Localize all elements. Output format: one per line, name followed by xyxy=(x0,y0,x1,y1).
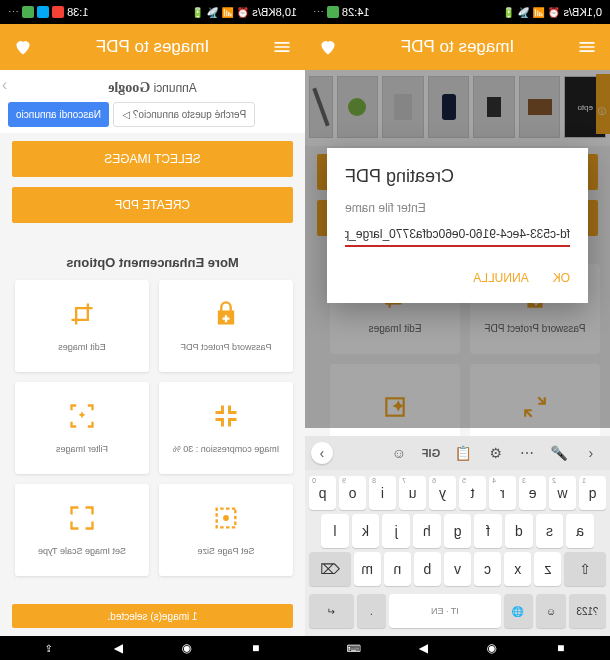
space-key[interactable]: IT · EN xyxy=(389,594,500,628)
nav-home[interactable]: ◉ xyxy=(472,641,512,655)
key-m[interactable]: m xyxy=(354,552,381,586)
enter-key[interactable]: ↵ xyxy=(309,594,354,628)
key-x[interactable]: x xyxy=(504,552,531,586)
gif-button[interactable]: GIF xyxy=(418,441,444,465)
collapse-icon xyxy=(212,402,240,436)
svg-point-2 xyxy=(224,516,228,520)
key-l[interactable]: l xyxy=(321,514,349,548)
backspace-key[interactable]: ⌫ xyxy=(309,552,351,586)
sticker-icon[interactable]: ☺ xyxy=(386,441,412,465)
nav-home[interactable]: ◉ xyxy=(167,641,207,655)
signal-icon: 📶 xyxy=(222,6,234,18)
keyboard-toolbar: ‹ 🎤 ⋯ ⚙ 📋 GIF ☺ › xyxy=(305,436,610,470)
favorite-icon[interactable] xyxy=(317,36,339,58)
menu-icon[interactable] xyxy=(576,36,598,58)
create-pdf-dialog: Creating PDF Enter file name OK ANNULLA xyxy=(327,148,588,303)
net-speed: 0,1KB/s xyxy=(563,6,602,18)
cancel-button[interactable]: ANNULLA xyxy=(473,271,528,285)
key-p[interactable]: p0 xyxy=(309,476,336,510)
key-f[interactable]: f xyxy=(474,514,502,548)
mic-icon[interactable]: 🎤 xyxy=(546,441,572,465)
app-badge-icon xyxy=(22,6,34,18)
menu-icon[interactable] xyxy=(271,36,293,58)
select-images-button[interactable]: SELECT IMAGES xyxy=(12,141,293,177)
nav-back[interactable]: ▶ xyxy=(98,641,138,655)
battery-icon: 🔋 xyxy=(503,6,515,18)
create-pdf-button[interactable]: CREATE PDF xyxy=(12,187,293,223)
card-edit-images[interactable]: Edit Images xyxy=(15,280,149,372)
key-a[interactable]: a xyxy=(566,514,594,548)
key-u[interactable]: u7 xyxy=(399,476,426,510)
card-filter-images[interactable]: Filter Images xyxy=(15,382,149,474)
dialog-label: Enter file name xyxy=(345,201,570,215)
key-h[interactable]: h xyxy=(413,514,441,548)
section-header: More Enhancement Options xyxy=(0,241,305,280)
key-e[interactable]: e3 xyxy=(519,476,546,510)
more-icon[interactable]: ⋯ xyxy=(514,441,540,465)
dialog-title: Creating PDF xyxy=(345,166,570,187)
emoji-key[interactable]: ☺ xyxy=(536,594,566,628)
wifi-icon: 📡 xyxy=(518,6,530,18)
ok-button[interactable]: OK xyxy=(553,271,570,285)
app-bar: Images to PDF xyxy=(305,24,610,70)
key-b[interactable]: b xyxy=(414,552,441,586)
key-k[interactable]: k xyxy=(352,514,380,548)
card-page-size[interactable]: Set Page Size xyxy=(159,484,293,576)
alarm-icon: ⏰ xyxy=(237,6,249,18)
nav-assist-icon[interactable]: ⇪ xyxy=(29,643,69,654)
key-n[interactable]: n xyxy=(384,552,411,586)
nav-bar: ■ ◉ ▶ ⇪ xyxy=(0,636,305,660)
nav-back[interactable]: ▶ xyxy=(403,641,443,655)
filename-input[interactable] xyxy=(345,223,570,247)
key-r[interactable]: r4 xyxy=(489,476,516,510)
app-badge-icon xyxy=(327,6,339,18)
card-password-protect[interactable]: Password Protect PDF xyxy=(159,280,293,372)
chevron-right-icon[interactable]: › xyxy=(2,76,7,94)
fullscreen-icon xyxy=(68,504,96,538)
shift-key[interactable]: ⇧ xyxy=(564,552,606,586)
chevron-left-icon[interactable]: ‹ xyxy=(578,441,604,465)
key-i[interactable]: i8 xyxy=(369,476,396,510)
key-z[interactable]: z xyxy=(534,552,561,586)
clipboard-icon[interactable]: 📋 xyxy=(450,441,476,465)
key-w[interactable]: w2 xyxy=(549,476,576,510)
crop-rotate-icon xyxy=(68,300,96,334)
net-speed: 10,8KB/s xyxy=(252,6,297,18)
key-o[interactable]: o9 xyxy=(339,476,366,510)
ad-banner: › Annunci Google Perché questo annuncio?… xyxy=(0,70,305,133)
card-scale-type[interactable]: Set Image Scale Type xyxy=(15,484,149,576)
app-bar: Images to PDF xyxy=(0,24,305,70)
key-v[interactable]: v xyxy=(444,552,471,586)
hide-ad-button[interactable]: Nascondi annuncio xyxy=(8,102,109,127)
settings-icon[interactable]: ⚙ xyxy=(482,441,508,465)
clock: 14:28 xyxy=(342,6,370,18)
why-ad-button[interactable]: Perché questo annuncio? ▷ xyxy=(113,102,255,127)
app-title: Images to PDF xyxy=(34,37,271,57)
app-title: Images to PDF xyxy=(339,37,576,57)
key-q[interactable]: q1 xyxy=(579,476,606,510)
key-d[interactable]: d xyxy=(505,514,533,548)
app-badge-icon xyxy=(52,6,64,18)
key-t[interactable]: t5 xyxy=(459,476,486,510)
numeric-key[interactable]: ?123 xyxy=(569,594,606,628)
key-y[interactable]: y6 xyxy=(429,476,456,510)
nav-keyboard-icon[interactable]: ⌨ xyxy=(334,643,374,654)
card-compression[interactable]: Image compression : 30 % xyxy=(159,382,293,474)
right-screenshot: 10,8KB/s ⏰ 📶 📡 🔋 1:38 ⋯ Images to PDF xyxy=(0,0,305,660)
key-j[interactable]: j xyxy=(382,514,410,548)
card-label: Image compression : 30 % xyxy=(169,444,284,454)
globe-key[interactable]: 🌐 xyxy=(504,594,534,628)
key-s[interactable]: s xyxy=(536,514,564,548)
key-g[interactable]: g xyxy=(444,514,472,548)
alarm-icon: ⏰ xyxy=(548,6,560,18)
period-key[interactable]: . xyxy=(357,594,387,628)
clock: 1:38 xyxy=(67,6,88,18)
nav-recent[interactable]: ■ xyxy=(541,641,581,655)
favorite-icon[interactable] xyxy=(12,36,34,58)
snackbar: 1 image(s) selected. xyxy=(12,604,293,628)
key-c[interactable]: c xyxy=(474,552,501,586)
card-label: Filter Images xyxy=(52,444,112,454)
page-size-icon xyxy=(212,504,240,538)
chevron-right-icon[interactable]: › xyxy=(311,442,333,464)
nav-recent[interactable]: ■ xyxy=(236,641,276,655)
